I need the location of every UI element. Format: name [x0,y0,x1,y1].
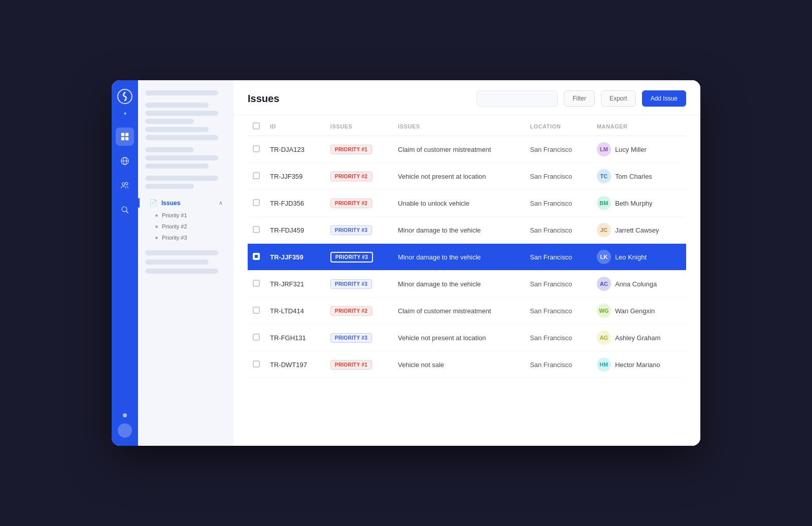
sidebar-skeleton [145,135,218,140]
table-row[interactable]: TR-FDJ459 PRIORITY #3 Minor damage to th… [248,217,686,244]
table-row[interactable]: TR-JJF359 PRIORITY #2 Vehicle not presen… [248,163,686,190]
row-priority: PRIORITY #2 [325,190,393,217]
nav-user-circle[interactable] [118,423,132,438]
manager-name: Leo Knight [615,253,647,261]
row-id: TR-FGH131 [265,324,325,351]
nav-grid-icon[interactable] [116,127,134,146]
row-id: TR-LTD414 [265,298,325,324]
row-location: San Francisco [525,324,592,351]
row-description: Claim of customer mistreatment [393,298,525,324]
filter-button[interactable]: Filter [564,90,595,107]
row-location: San Francisco [525,271,592,298]
sidebar-skeleton [145,103,209,108]
sidebar-skeleton [145,184,194,189]
row-checkbox[interactable] [253,307,260,314]
nav-globe-icon[interactable] [116,152,134,170]
row-location: San Francisco [525,298,592,324]
sidebar-skeleton [145,111,218,116]
row-id: TR-DWT197 [265,351,325,378]
manager-name: Ashley Graham [615,334,661,342]
row-manager: BM Beth Murphy [592,190,686,217]
row-checkbox[interactable] [253,226,260,233]
manager-avatar: HM [597,357,611,372]
sidebar-skeleton [145,119,194,124]
sidebar-item-issues-label: Issues [161,200,180,207]
row-description: Unable to unlock vehicle [393,190,525,217]
row-checkbox[interactable] [253,172,260,179]
row-checkbox[interactable] [253,360,260,368]
sidebar: 📄 Issues ∧ Priority #1 Priority #2 Prior… [138,80,233,446]
nav-search-icon[interactable] [116,201,134,219]
row-manager: WG Wan Gengxin [592,298,686,324]
row-priority: PRIORITY #2 [325,163,393,190]
table-row[interactable]: TR-JJF359 PRIORITY #3 Minor damage to th… [248,244,686,271]
row-priority: PRIORITY #3 [325,244,393,271]
row-checkbox-cell [248,324,265,351]
sidebar-item-issues[interactable]: 📄 Issues ∧ [145,196,226,210]
row-checkbox[interactable] [253,334,260,341]
row-checkbox-cell [248,271,265,298]
nav-chevron-icon: ▾ [124,111,126,116]
sidebar-sub-priority3[interactable]: Priority #3 [145,232,226,243]
row-description: Minor damage to the vehicle [393,271,525,298]
svg-point-9 [125,182,128,185]
row-location: San Francisco [525,244,592,271]
sidebar-skeleton [145,147,194,152]
search-input[interactable] [477,90,558,107]
row-id: TR-FJD356 [265,190,325,217]
sidebar-skeleton [145,250,218,255]
table-row[interactable]: TR-FGH131 PRIORITY #3 Vehicle not presen… [248,324,686,351]
export-button[interactable]: Export [601,90,636,107]
table-row[interactable]: TR-DWT197 PRIORITY #1 Vehicle not sale S… [248,351,686,378]
table-row[interactable]: TR-JRF321 PRIORITY #3 Minor damage to th… [248,271,686,298]
sidebar-skeleton [145,269,218,274]
issues-table: ID ISSUES ISSUES LOCATION MANAGER TR-DJA… [248,115,686,378]
row-checkbox-cell [248,217,265,244]
row-location: San Francisco [525,136,592,163]
row-description: Minor damage to the vehicle [393,244,525,271]
main-header: Issues Filter Export Add Issue [233,80,700,115]
row-checkbox-cell [248,163,265,190]
row-manager: AC Anna Colunga [592,271,686,298]
row-checkbox[interactable] [253,253,260,260]
row-manager: TC Tom Charles [592,163,686,190]
sidebar-sub-priority1[interactable]: Priority #1 [145,210,226,221]
row-location: San Francisco [525,163,592,190]
row-manager: AG Ashley Graham [592,324,686,351]
row-checkbox[interactable] [253,280,260,287]
row-description: Vehicle not sale [393,351,525,378]
sidebar-sub-priority2[interactable]: Priority #2 [145,221,226,232]
row-checkbox-cell [248,190,265,217]
row-checkbox[interactable] [253,199,260,206]
svg-rect-3 [121,137,124,140]
add-issue-button[interactable]: Add Issue [642,90,686,107]
manager-avatar: TC [597,169,611,183]
manager-avatar: LM [597,142,611,156]
nav-users-icon[interactable] [116,176,134,194]
table-header-row: ID ISSUES ISSUES LOCATION MANAGER [248,115,686,136]
manager-avatar: BM [597,196,611,210]
table-row[interactable]: TR-DJA123 PRIORITY #1 Claim of customer … [248,136,686,163]
sidebar-skeleton [145,163,209,169]
sidebar-skeleton-group-5 [145,250,226,274]
row-checkbox-cell [248,244,265,271]
row-checkbox-cell [248,298,265,324]
col-description: ISSUES [393,115,525,136]
svg-rect-1 [121,133,124,136]
manager-avatar: WG [597,304,611,318]
row-manager: HM Hector Mariano [592,351,686,378]
manager-name: Jarrett Cawsey [615,226,659,234]
table-row[interactable]: TR-FJD356 PRIORITY #2 Unable to unlock v… [248,190,686,217]
manager-avatar: AG [597,331,611,345]
row-location: San Francisco [525,190,592,217]
row-priority: PRIORITY #3 [325,324,393,351]
row-manager: LK Leo Knight [592,244,686,271]
row-id: TR-JRF321 [265,271,325,298]
select-all-checkbox[interactable] [253,122,260,129]
table-row[interactable]: TR-LTD414 PRIORITY #2 Claim of customer … [248,298,686,324]
sidebar-skeleton [145,90,218,95]
sidebar-skeleton [145,127,209,132]
row-id: TR-JJF359 [265,163,325,190]
row-checkbox-cell [248,136,265,163]
row-checkbox[interactable] [253,145,260,152]
